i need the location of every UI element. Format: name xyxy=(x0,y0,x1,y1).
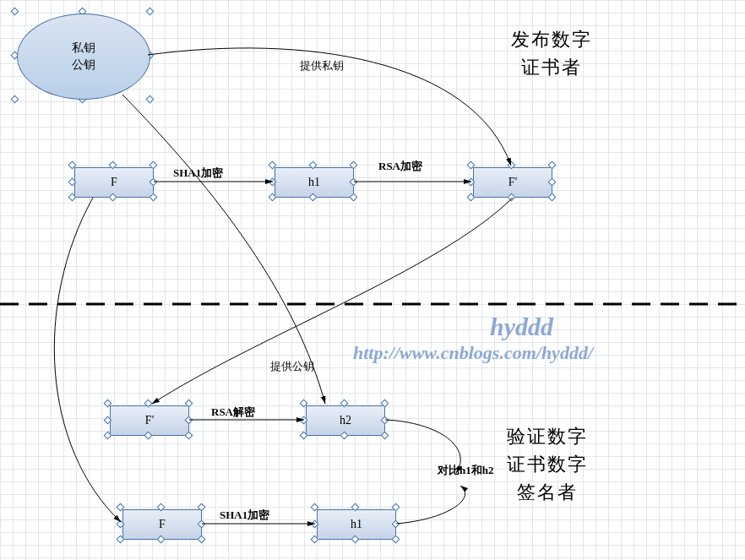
arrow-Fprime-to-Fprime-bottom xyxy=(152,198,513,404)
box-F-top-text: F xyxy=(111,176,117,189)
box-h1-top-text: h1 xyxy=(308,176,320,189)
diagram-canvas: 私钥 公钥 F h1 F' xyxy=(0,0,745,560)
box-h1-bottom-text: h1 xyxy=(351,518,362,531)
verifier-title-l1: 验证数字 xyxy=(507,426,588,447)
label-provide-public: 提供公钥 xyxy=(270,359,314,374)
box-F-bottom-text: F xyxy=(159,518,166,531)
private-key-label: 私钥 xyxy=(72,40,95,57)
box-h1-top: h1 xyxy=(275,167,354,198)
public-key-label: 公钥 xyxy=(72,57,95,73)
box-h2: h2 xyxy=(306,405,385,436)
verifier-title: 验证数字 证书数字 签名者 xyxy=(507,422,588,506)
box-Fprime-bottom-text: F' xyxy=(145,414,154,427)
box-F-top: F xyxy=(74,167,154,198)
box-F-bottom: F xyxy=(122,509,202,540)
box-Fprime-top: F' xyxy=(473,167,552,198)
box-Fprime-bottom: F' xyxy=(110,405,189,436)
label-sha1-encrypt: SHA1加密 xyxy=(173,166,223,181)
label-compare: 对比h1和h2 xyxy=(438,463,493,478)
arrow-h1-bottom-out xyxy=(396,486,465,524)
publisher-title-l1: 发布数字 xyxy=(511,29,592,50)
label-sha1-encrypt-2: SHA1加密 xyxy=(220,508,269,523)
label-provide-private: 提供私钥 xyxy=(300,58,344,73)
box-h1-bottom: h1 xyxy=(317,509,396,540)
arrow-ellipse-to-h2 xyxy=(122,95,325,404)
publisher-title: 发布数字 证书者 xyxy=(511,25,592,81)
keys-ellipse: 私钥 公钥 xyxy=(17,14,150,100)
verifier-title-l3: 签名者 xyxy=(517,481,578,503)
label-rsa-decrypt: RSA解密 xyxy=(211,405,255,420)
box-Fprime-top-text: F' xyxy=(508,176,517,189)
watermark-name: hyddd xyxy=(490,313,553,341)
arrow-F-to-F-bottom xyxy=(54,198,121,522)
box-h2-text: h2 xyxy=(340,414,351,427)
verifier-title-l2: 证书数字 xyxy=(507,454,588,475)
publisher-title-l2: 证书者 xyxy=(521,57,582,78)
watermark-url: http://www.cnblogs.com/hyddd/ xyxy=(353,342,593,364)
label-rsa-encrypt: RSA加密 xyxy=(378,159,422,174)
